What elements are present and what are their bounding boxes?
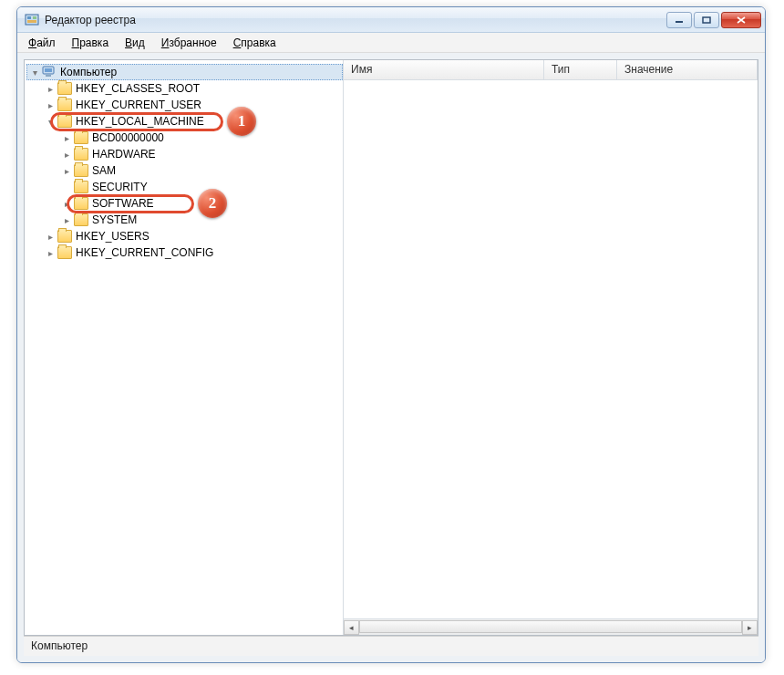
svg-rect-0 (26, 15, 38, 25)
scroll-thumb[interactable] (359, 620, 742, 633)
column-headers: Имя Тип Значение (344, 60, 758, 80)
tree-node-system[interactable]: ▸ SYSTEM (59, 212, 343, 228)
folder-icon (74, 197, 88, 210)
tree-node-hardware[interactable]: ▸ HARDWARE (59, 146, 343, 162)
statusbar: Компьютер (24, 636, 758, 656)
window-controls (665, 12, 761, 28)
expand-icon[interactable]: ▸ (61, 132, 72, 143)
expand-icon[interactable]: ▸ (61, 149, 72, 160)
split-panes: ▾ Компьютер ▸ HKEY_CLASSES_ROOT (24, 59, 758, 636)
close-button[interactable] (721, 12, 761, 28)
registry-editor-window: Редактор реестра Файл Правка Вид Избранн… (16, 6, 766, 663)
folder-icon (74, 164, 88, 177)
svg-rect-3 (27, 20, 36, 23)
annotation-marker-1: 1 (227, 107, 256, 136)
window-title: Редактор реестра (45, 14, 665, 26)
folder-icon (57, 99, 72, 111)
folder-icon (57, 246, 72, 259)
expand-icon[interactable]: ▸ (45, 247, 56, 258)
maximize-button[interactable] (694, 12, 719, 28)
tree-label: Компьютер (60, 66, 117, 78)
column-header-type[interactable]: Тип (544, 60, 617, 79)
svg-rect-8 (46, 75, 51, 77)
tree-label: HKEY_LOCAL_MACHINE (76, 115, 204, 128)
collapse-icon[interactable]: ▾ (45, 116, 56, 127)
computer-icon (42, 66, 57, 78)
expand-icon[interactable]: ▸ (45, 99, 56, 110)
svg-rect-1 (27, 16, 31, 19)
folder-icon (74, 213, 88, 226)
tree-label: HKEY_USERS (76, 230, 150, 243)
folder-icon (57, 82, 72, 95)
column-header-value[interactable]: Значение (617, 60, 758, 79)
tree-node-hkcu[interactable]: ▸ HKEY_CURRENT_USER (43, 97, 343, 113)
tree-node-bcd[interactable]: ▸ BCD00000000 (59, 130, 343, 146)
menu-view[interactable]: Вид (118, 35, 152, 51)
tree-label: SAM (92, 164, 116, 177)
tree-label: HKEY_CLASSES_ROOT (76, 82, 200, 95)
folder-icon (74, 131, 88, 144)
minimize-button[interactable] (666, 12, 692, 28)
collapse-icon[interactable]: ▾ (29, 67, 40, 78)
folder-icon (74, 148, 88, 161)
list-pane: Имя Тип Значение ◂ ▸ (344, 60, 758, 635)
horizontal-scrollbar[interactable]: ◂ ▸ (344, 618, 758, 635)
tree-node-hklm[interactable]: ▾ HKEY_LOCAL_MACHINE (43, 113, 343, 130)
folder-icon (57, 115, 72, 128)
tree-label: HARDWARE (92, 148, 156, 161)
tree-node-sam[interactable]: ▸ SAM (59, 162, 343, 179)
tree-node-hku[interactable]: ▸ HKEY_USERS (43, 228, 343, 244)
tree-node-computer[interactable]: ▾ Компьютер (26, 64, 343, 80)
expand-icon[interactable]: ▸ (61, 165, 72, 176)
svg-rect-7 (45, 68, 52, 72)
column-header-name[interactable]: Имя (344, 60, 544, 79)
svg-rect-2 (33, 16, 36, 19)
tree-label: HKEY_CURRENT_CONFIG (76, 246, 213, 259)
expand-icon[interactable]: ▸ (45, 231, 56, 242)
scroll-track[interactable] (359, 620, 742, 635)
list-body[interactable] (344, 80, 758, 618)
svg-rect-5 (703, 17, 710, 23)
tree-node-hkcc[interactable]: ▸ HKEY_CURRENT_CONFIG (43, 244, 343, 261)
menu-favorites[interactable]: Избранное (154, 35, 224, 51)
annotation-marker-2: 2 (198, 189, 227, 218)
status-path: Компьютер (31, 639, 88, 652)
tree-label: SECURITY (92, 181, 148, 193)
expand-icon[interactable]: ▸ (61, 214, 72, 225)
menu-file[interactable]: Файл (21, 35, 63, 51)
menubar: Файл Правка Вид Избранное Справка (17, 33, 765, 53)
expand-icon[interactable]: ▸ (45, 83, 56, 94)
tree-label: SYSTEM (92, 213, 137, 226)
scroll-right-icon[interactable]: ▸ (742, 620, 758, 635)
expand-icon[interactable]: ▸ (61, 198, 72, 209)
menu-help[interactable]: Справка (226, 35, 284, 51)
folder-icon (57, 230, 72, 243)
tree-pane[interactable]: ▾ Компьютер ▸ HKEY_CLASSES_ROOT (25, 60, 344, 635)
tree-label: HKEY_CURRENT_USER (76, 99, 201, 111)
titlebar[interactable]: Редактор реестра (17, 7, 765, 33)
tree-label: SOFTWARE (92, 197, 154, 210)
menu-edit[interactable]: Правка (65, 35, 117, 51)
svg-rect-4 (676, 21, 683, 23)
tree-node-hkcr[interactable]: ▸ HKEY_CLASSES_ROOT (43, 80, 343, 97)
folder-icon (74, 181, 88, 193)
tree-label: BCD00000000 (92, 131, 164, 144)
client-area: ▾ Компьютер ▸ HKEY_CLASSES_ROOT (17, 53, 765, 662)
scroll-left-icon[interactable]: ◂ (344, 620, 359, 635)
regedit-icon (25, 13, 39, 27)
